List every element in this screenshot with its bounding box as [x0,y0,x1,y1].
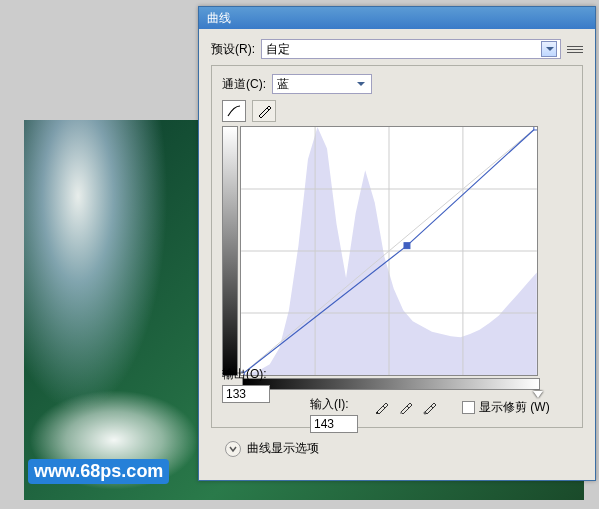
channel-dropdown[interactable]: 蓝 [272,74,372,94]
dialog-title: 曲线 [207,11,231,25]
channel-label: 通道(C): [222,76,266,93]
watermark-logo: www.68ps.com [28,459,169,484]
input-field[interactable] [310,415,358,433]
input-gradient[interactable] [242,378,540,390]
svg-point-11 [376,412,378,414]
chevron-down-icon [546,47,554,51]
black-eyedropper[interactable] [372,397,392,417]
svg-rect-10 [534,127,537,130]
output-group: 输出(O): [222,366,270,403]
curve-pencil-tool[interactable] [252,100,276,122]
gray-eyedropper[interactable] [396,397,416,417]
curve-icon [226,104,242,118]
output-gradient [222,126,238,376]
preset-value: 自定 [266,41,290,58]
curve-svg [241,127,537,375]
curve-area [222,126,572,376]
output-field[interactable] [222,385,270,403]
channel-value: 蓝 [277,76,289,93]
eyedropper-icon [398,399,414,415]
preset-menu-button[interactable] [567,41,583,57]
eyedropper-row: 显示修剪 (W) [372,397,572,417]
white-point-slider[interactable] [533,391,543,398]
preset-label: 预设(R): [211,41,255,58]
expand-options-button[interactable] [225,441,241,457]
display-options-label: 曲线显示选项 [247,440,319,457]
eyedropper-icon [422,399,438,415]
display-options-row: 曲线显示选项 [225,440,583,457]
input-gradient-row [222,378,572,390]
curve-point-tool[interactable] [222,100,246,122]
preset-row: 预设(R): 自定 [211,39,583,59]
white-eyedropper[interactable] [420,397,440,417]
svg-point-13 [424,412,426,414]
output-label: 输出(O): [222,366,270,383]
preset-dropdown[interactable]: 自定 [261,39,561,59]
chevron-down-icon [228,444,238,454]
channel-row: 通道(C): 蓝 [222,74,572,94]
curves-dialog: 曲线 预设(R): 自定 通道(C): 蓝 [198,6,596,481]
dialog-body: 预设(R): 自定 通道(C): 蓝 [199,29,595,467]
dialog-titlebar[interactable]: 曲线 [199,7,595,29]
chevron-down-icon [357,82,365,86]
show-clip-checkbox[interactable] [462,401,475,414]
curve-graph[interactable] [240,126,538,376]
curve-fieldset: 通道(C): 蓝 [211,65,583,428]
pencil-icon [257,104,271,118]
svg-point-12 [400,412,402,414]
show-clip-checkbox-wrap: 显示修剪 (W) [462,399,550,416]
svg-rect-9 [404,243,410,249]
show-clip-label: 显示修剪 (W) [479,399,550,416]
eyedropper-icon [374,399,390,415]
